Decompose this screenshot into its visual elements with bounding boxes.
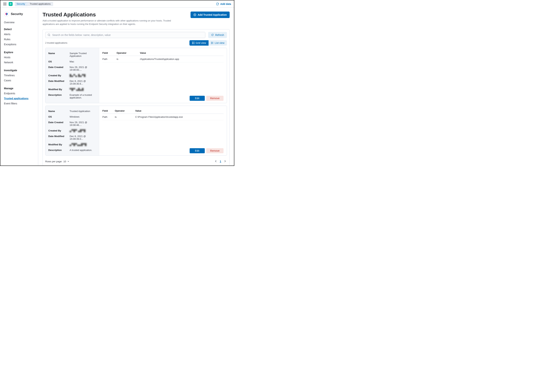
condition-row: Path is /Applications/TrustedApplication…	[102, 56, 223, 62]
content-panel: Refresh 2 trusted applications Grid view…	[42, 29, 230, 166]
svg-point-8	[211, 43, 212, 43]
value-date-created: Nov 29, 2021 @ 19:08:46....	[69, 121, 96, 126]
condition-field: Path	[102, 56, 117, 62]
value-os: Mac	[69, 60, 74, 63]
remove-button[interactable]: Remove	[206, 96, 223, 101]
label-os: OS	[48, 115, 69, 118]
condition-row: Path is C:\Program Files\Application\tru…	[102, 114, 223, 120]
label-date-created: Date Created	[48, 66, 69, 69]
sidebar-item-trusted-applications[interactable]: Trusted applications	[0, 96, 38, 101]
refresh-icon	[211, 34, 214, 36]
value-description: A trusted application.	[69, 149, 92, 151]
svg-rect-0	[217, 3, 218, 5]
chevron-left-icon	[215, 160, 217, 162]
label-description: Description	[48, 94, 69, 96]
value-date-modified: Dec 8, 2021 @ 15:09:30.6...	[69, 80, 96, 85]
label-date-modified: Date Modified	[48, 135, 69, 138]
breadcrumb-current: Trusted applications	[27, 2, 53, 6]
add-trusted-application-button[interactable]: Add Trusted Application	[191, 12, 230, 18]
result-count: 2 trusted applications	[45, 42, 67, 44]
breadcrumb-security[interactable]: Security	[15, 2, 28, 6]
value-modified-by: ▀█▀ ▄█▄█	[69, 88, 84, 91]
space-badge[interactable]: D	[9, 2, 13, 6]
refresh-button[interactable]: Refresh	[208, 32, 227, 38]
svg-point-7	[211, 42, 212, 42]
sidebar-item-overview[interactable]: Overview	[0, 20, 38, 25]
search-input[interactable]	[52, 34, 203, 36]
value-date-modified: Dec 8, 2021 @ 15:09:39.0...	[69, 135, 96, 140]
view-toggle: Grid view List view	[189, 40, 227, 46]
rows-per-page-selector[interactable]: Rows per page: 10	[45, 160, 69, 163]
label-description: Description	[48, 149, 69, 151]
value-description: Example of a trusted application.	[69, 94, 96, 99]
value-name: Sample Trusted Application	[69, 52, 96, 57]
sidebar-item-rules[interactable]: Rules	[0, 37, 38, 42]
page-description: Add a trusted application to improve per…	[42, 19, 183, 26]
condition-value: C:\Program Files\Application\trustedapp.…	[135, 114, 223, 120]
condition-operator: is	[117, 56, 140, 62]
sidebar: Security Overview Detect Alerts Rules Ex…	[0, 7, 38, 166]
sidebar-item-endpoints[interactable]: Endpoints	[0, 91, 38, 96]
sidebar-item-cases[interactable]: Cases	[0, 78, 38, 83]
card-conditions: Field Operator Value Path is /Applicatio…	[99, 48, 227, 103]
label-created-by: Created By	[48, 74, 69, 77]
edit-button[interactable]: Edit	[190, 148, 205, 153]
list-icon	[211, 42, 214, 44]
value-os: Windows	[69, 115, 79, 118]
menu-icon[interactable]	[3, 3, 7, 5]
label-date-modified: Date Modified	[48, 80, 69, 82]
value-created-by: ▄▀█▀ ▄█▀█	[69, 129, 86, 132]
svg-rect-6	[194, 43, 194, 44]
svg-point-2	[48, 34, 50, 36]
label-name: Name	[48, 52, 69, 55]
sidebar-item-timelines[interactable]: Timelines	[0, 73, 38, 78]
sidebar-item-alerts[interactable]: Alerts	[0, 32, 38, 37]
card-summary: NameSample Trusted Application OSMac Dat…	[45, 48, 99, 103]
col-operator: Operator	[117, 50, 140, 56]
label-os: OS	[48, 60, 69, 63]
pagination: 1	[214, 159, 227, 164]
grid-icon	[192, 42, 194, 44]
conditions-table: Field Operator Value Path is /Applicatio…	[102, 50, 223, 62]
remove-button[interactable]: Remove	[206, 148, 223, 153]
edit-button[interactable]: Edit	[190, 96, 205, 101]
sidebar-group-detect: Detect	[0, 26, 38, 32]
sidebar-item-hosts[interactable]: Hosts	[0, 55, 38, 60]
col-value: Value	[135, 108, 223, 114]
pagination-page-current[interactable]: 1	[220, 160, 221, 163]
col-value: Value	[140, 50, 223, 56]
svg-rect-4	[194, 42, 194, 42]
col-operator: Operator	[115, 108, 135, 114]
grid-view-button[interactable]: Grid view	[189, 40, 208, 46]
add-data-icon	[216, 2, 219, 5]
search-box[interactable]	[45, 32, 205, 38]
sidebar-item-exceptions[interactable]: Exceptions	[0, 42, 38, 47]
plus-circle-icon	[194, 13, 196, 16]
main-content: Trusted Applications Add a trusted appli…	[38, 7, 234, 166]
label-modified-by: Modified By	[48, 143, 69, 146]
condition-field: Path	[102, 114, 115, 120]
trusted-app-card: NameSample Trusted Application OSMac Dat…	[45, 48, 227, 103]
label-created-by: Created By	[48, 129, 69, 132]
add-data-link[interactable]: Add data	[216, 2, 231, 5]
list-view-button[interactable]: List view	[208, 40, 227, 46]
chevron-down-icon	[67, 160, 69, 162]
col-field: Field	[102, 108, 115, 114]
label-date-created: Date Created	[48, 121, 69, 124]
chevron-right-icon	[224, 160, 226, 162]
value-created-by: █▄▀▄ █▄▀█	[69, 74, 86, 77]
value-name: Trusted Application	[69, 110, 90, 112]
sidebar-item-network[interactable]: Network	[0, 60, 38, 65]
svg-rect-5	[192, 43, 193, 44]
pagination-next[interactable]	[223, 159, 227, 164]
sidebar-item-event-filters[interactable]: Event filters	[0, 101, 38, 106]
card-conditions: Field Operator Value Path is C:\Program …	[99, 106, 227, 155]
svg-point-9	[211, 43, 212, 44]
sidebar-group-investigate: Investigate	[0, 67, 38, 73]
trusted-app-card: NameTrusted Application OSWindows Date C…	[45, 106, 227, 156]
condition-value: /Applications/TrustedApplication.app	[140, 56, 223, 62]
conditions-table: Field Operator Value Path is C:\Program …	[102, 108, 223, 120]
sidebar-app-title: Security	[0, 11, 38, 20]
svg-rect-3	[192, 42, 193, 42]
pagination-prev[interactable]	[214, 159, 218, 164]
